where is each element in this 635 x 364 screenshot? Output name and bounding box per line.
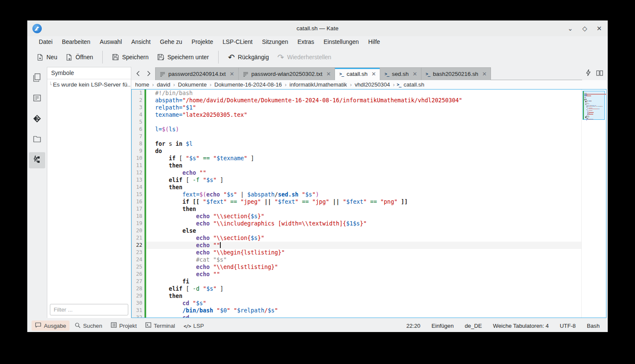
menu-projekte[interactable]: Projekte — [187, 38, 218, 46]
list-view-tool-button[interactable] — [29, 91, 45, 107]
breadcrumb-segment[interactable]: Dokumente-16-2024-08-16 — [214, 81, 283, 88]
breadcrumb-file[interactable]: >_catall.sh — [397, 81, 424, 88]
quick-open-lightning-icon[interactable] — [586, 69, 591, 78]
code-line[interactable]: 11 then — [132, 162, 581, 169]
history-forward-button[interactable] — [143, 69, 153, 79]
lsp-server-message[interactable]: └ Es wurde kein LSP-Server fü... — [47, 81, 131, 88]
minimap-viewport[interactable] — [583, 91, 605, 120]
cursor-position[interactable]: 22:20 — [402, 321, 424, 330]
code-line[interactable]: 13 elif [ -f "$s" ] — [132, 176, 581, 184]
menu-gehe-zu[interactable]: Gehe zu — [155, 38, 187, 46]
documents-tool-button[interactable] — [29, 70, 45, 87]
code-line[interactable]: 21 echo "\\section{$s}" — [132, 234, 581, 242]
insert-mode[interactable]: Einfügen — [427, 321, 457, 330]
tab-sed.sh[interactable]: >_sed.sh✕ — [380, 67, 421, 80]
code-line[interactable]: 19 echo "\\includegraphics [width=\\text… — [132, 220, 581, 227]
breadcrumb-segment[interactable]: informatikUmathematik — [289, 81, 348, 88]
code-line[interactable]: 25 echo "\\end{lstlisting}" — [132, 263, 581, 271]
code-line[interactable]: 29 then — [132, 292, 581, 300]
code-line[interactable]: 6l=$(ls) — [132, 126, 581, 133]
code-line[interactable]: 5 — [132, 118, 581, 126]
syntax-mode[interactable]: Bash — [583, 321, 603, 330]
symbols-filter-input[interactable] — [50, 304, 128, 315]
editor-view[interactable]: 1#!/bin/bash2abspath="/home/david/Dokume… — [131, 89, 606, 318]
code-line[interactable]: 22 echo "" — [132, 242, 581, 249]
minimap-scrollbar[interactable] — [581, 90, 606, 318]
titlebar[interactable]: catall.sh — Kate ⌄◇✕ — [27, 20, 608, 36]
code-line[interactable]: 28 elif [ -d "$s" ] — [132, 285, 581, 292]
code-line[interactable]: 26 echo "" — [132, 271, 581, 278]
tab-catall.sh[interactable]: >_catall.sh✕ — [335, 67, 380, 80]
code-line[interactable]: 23 echo "\\begin{lstlisting}" — [132, 249, 581, 256]
öffnen-button[interactable]: Öffnen — [61, 51, 97, 64]
tab-close-icon[interactable]: ✕ — [413, 71, 417, 77]
code-line[interactable]: 7 — [132, 133, 581, 140]
code-line[interactable]: 14 then — [132, 184, 581, 191]
code-line[interactable]: 15 fext=$(echo "$s" | $abspath/sed.sh "$… — [132, 191, 581, 198]
neu-button[interactable]: Neu — [32, 51, 61, 64]
menu-einstellungen[interactable]: Einstellungen — [319, 38, 364, 46]
menu-hilfe[interactable]: Hilfe — [364, 38, 385, 46]
tab-close-icon[interactable]: ✕ — [326, 71, 331, 77]
tab-password-wlan20250302.txt[interactable]: password-wlan20250302.txt✕ — [239, 67, 335, 80]
lsp-button[interactable]: </>LSP — [180, 321, 208, 331]
project-button[interactable]: Projekt — [107, 321, 140, 331]
menu-lsp-client[interactable]: LSP-CLient — [218, 38, 257, 46]
code-line[interactable]: 27 fi — [132, 278, 581, 285]
tab-close-icon[interactable]: ✕ — [371, 71, 376, 77]
menu-bearbeiten[interactable]: Bearbeiten — [57, 38, 95, 46]
terminal-button[interactable]: Terminal — [142, 321, 179, 331]
code-line[interactable]: 12 echo "" — [132, 169, 581, 176]
code-line[interactable]: 24 #cat "$s" — [132, 256, 581, 263]
menu-extras[interactable]: Extras — [293, 38, 319, 46]
rückgängig-button[interactable]: ↶Rückgängig — [224, 51, 273, 63]
tab-password20240914.txt[interactable]: password20240914.txt✕ — [155, 67, 239, 80]
breadcrumb-segment[interactable]: home — [134, 81, 150, 88]
encoding[interactable]: UTF-8 — [556, 321, 580, 330]
output-button[interactable]: Ausgabe — [32, 321, 69, 331]
code-line[interactable]: 32 cd — [132, 314, 581, 318]
search-button[interactable]: Suchen — [71, 321, 106, 331]
menu-datei[interactable]: Datei — [34, 38, 57, 46]
menu-sitzungen[interactable]: Sitzungen — [257, 38, 293, 46]
breadcrumb-segment[interactable]: Dokumente — [177, 81, 208, 88]
code-line[interactable]: 30 cd "$s" — [132, 300, 581, 307]
code-line[interactable]: 31 /bin/bash "$0" "$relpath/$s" — [132, 307, 581, 314]
code-line[interactable]: 10 if [ "$s" == "$texname" ] — [132, 155, 581, 162]
tab-bash20250216.sh[interactable]: >_bash20250216.sh✕ — [421, 67, 491, 80]
code-line[interactable]: 16 if [[ "$fext" == "jpeg" || "$fext" ==… — [132, 198, 581, 205]
menu-ansicht[interactable]: Ansicht — [127, 38, 155, 46]
code-line[interactable]: 18 echo "\\section{$s}" — [132, 213, 581, 220]
toolbar-button-label: Öffnen — [75, 54, 93, 61]
speichern-unter-button[interactable]: Speichern unter — [153, 51, 213, 63]
lsp-symbols-tool-button[interactable] — [29, 152, 45, 168]
code-line[interactable]: 2abspath="/home/david/Dokumente/Dokument… — [132, 97, 581, 104]
close-button[interactable]: ✕ — [595, 24, 603, 33]
git-tool-button[interactable] — [29, 111, 45, 127]
code-line[interactable]: 9do — [132, 147, 581, 155]
code-area[interactable]: 1#!/bin/bash2abspath="/home/david/Dokume… — [132, 90, 581, 318]
new-file-icon — [37, 54, 43, 61]
code-line[interactable]: 3relpath="$1" — [132, 104, 581, 111]
minimize-button[interactable]: ⌄ — [566, 24, 574, 33]
wiederherstellen-button[interactable]: ↷Wiederherstellen — [273, 51, 335, 63]
history-back-button[interactable] — [133, 69, 143, 79]
breadcrumb-segment[interactable]: david — [156, 81, 171, 88]
script-file-icon: >_ — [339, 72, 343, 76]
code-line[interactable]: 1#!/bin/bash — [132, 90, 581, 97]
code-line[interactable]: 4texname="latex20250305.tex" — [132, 111, 581, 118]
speichern-button[interactable]: Speichern — [108, 51, 153, 63]
text-cursor — [220, 242, 221, 248]
menu-auswahl[interactable]: Auswahl — [95, 38, 127, 46]
code-line[interactable]: 17 then — [132, 205, 581, 213]
breadcrumb-segment[interactable]: vhdl20250304 — [354, 81, 391, 88]
tab-close-icon[interactable]: ✕ — [230, 71, 234, 77]
folder-tool-button[interactable] — [29, 132, 45, 148]
code-line[interactable]: 20 else — [132, 227, 581, 234]
dictionary[interactable]: de_DE — [461, 321, 485, 330]
tab-mode[interactable]: Weiche Tabulatoren: 4 — [489, 321, 553, 330]
tab-close-icon[interactable]: ✕ — [482, 71, 487, 77]
split-view-icon[interactable] — [596, 70, 603, 78]
maximize-button[interactable]: ◇ — [580, 24, 589, 33]
code-line[interactable]: 8for s in $l — [132, 140, 581, 147]
